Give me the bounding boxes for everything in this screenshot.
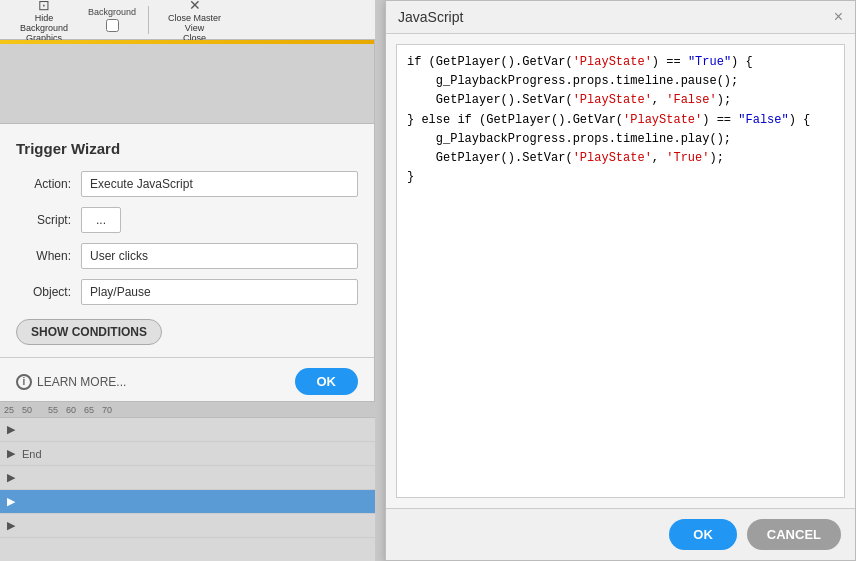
code-line-1: if (GetPlayer().GetVar('PlayState') == "… <box>407 53 834 72</box>
trigger-wizard-title: Trigger Wizard <box>16 140 358 157</box>
learn-more-label: LEARN MORE... <box>37 375 126 389</box>
wizard-ok-button[interactable]: OK <box>295 368 359 395</box>
play-icon-end: ▶ <box>4 447 18 461</box>
object-input[interactable]: Play/Pause <box>81 279 358 305</box>
code-line-6: GetPlayer().SetVar('PlayState', 'True'); <box>407 149 834 168</box>
timeline-row-2: ▶ <box>0 466 375 490</box>
slide-preview <box>0 44 374 124</box>
when-row: When: User clicks <box>16 243 358 269</box>
script-row: Script: ... <box>16 207 358 233</box>
code-line-5: g_PlaybackProgress.props.timeline.play()… <box>407 130 834 149</box>
hide-bg-label: Hide Background Graphics <box>14 13 74 43</box>
script-label: Script: <box>16 213 81 227</box>
timeline-ruler: 25 50 55 60 65 70 <box>0 402 375 418</box>
end-label: End <box>22 448 42 460</box>
when-input[interactable]: User clicks <box>81 243 358 269</box>
toolbar-separator <box>148 6 149 34</box>
close-master-label: Close Master View <box>167 13 222 33</box>
play-icon-1: ▶ <box>4 423 18 437</box>
code-line-3: GetPlayer().SetVar('PlayState', 'False')… <box>407 91 834 110</box>
play-icon-2: ▶ <box>4 471 18 485</box>
info-icon: i <box>16 374 32 390</box>
code-line-2: g_PlaybackProgress.props.timeline.pause(… <box>407 72 834 91</box>
timeline-row-3: ▶ <box>0 514 375 538</box>
object-row: Object: Play/Pause <box>16 279 358 305</box>
action-row: Action: Execute JavaScript <box>16 171 358 197</box>
timeline-row-end: ▶ End <box>0 442 375 466</box>
dialog-cancel-button[interactable]: CANCEL <box>747 519 841 550</box>
background-checkbox-label: Background <box>88 7 136 17</box>
learn-more-link[interactable]: i LEARN MORE... <box>16 374 126 390</box>
trigger-wizard-panel: Trigger Wizard Action: Execute JavaScrip… <box>0 124 374 358</box>
background-checkbox[interactable] <box>106 19 119 32</box>
show-conditions-label: SHOW CONDITIONS <box>31 325 147 339</box>
object-label: Object: <box>16 285 81 299</box>
action-input[interactable]: Execute JavaScript <box>81 171 358 197</box>
action-label: Action: <box>16 177 81 191</box>
javascript-dialog: JavaScript × if (GetPlayer().GetVar('Pla… <box>385 0 856 561</box>
dialog-titlebar: JavaScript × <box>386 1 855 34</box>
dialog-title: JavaScript <box>398 9 463 25</box>
left-panel: Trigger Wizard Action: Execute JavaScrip… <box>0 40 375 561</box>
play-icon-3: ▶ <box>4 519 18 533</box>
when-label: When: <box>16 249 81 263</box>
close-master-view-btn[interactable]: ✕ Close Master View Close <box>161 0 228 45</box>
script-input[interactable]: ... <box>81 207 121 233</box>
wizard-bottom-bar: i LEARN MORE... OK <box>0 358 374 405</box>
toolbar: ⊡ Hide Background Graphics Background ✕ … <box>0 0 375 40</box>
dialog-footer: OK CANCEL <box>386 508 855 560</box>
code-line-7: } <box>407 168 834 187</box>
show-conditions-button[interactable]: SHOW CONDITIONS <box>16 319 162 345</box>
timeline-row-1: ▶ <box>0 418 375 442</box>
play-icon-highlighted: ▶ <box>4 495 18 509</box>
hide-background-btn[interactable]: ⊡ Hide Background Graphics <box>8 0 80 45</box>
dialog-ok-button[interactable]: OK <box>669 519 737 550</box>
dialog-close-button[interactable]: × <box>834 9 843 25</box>
code-editor[interactable]: if (GetPlayer().GetVar('PlayState') == "… <box>396 44 845 498</box>
close-master-icon: ✕ <box>189 0 201 13</box>
timeline-area: 25 50 55 60 65 70 ▶ ▶ End ▶ ▶ ▶ <box>0 401 375 561</box>
hide-bg-icon: ⊡ <box>38 0 50 13</box>
code-line-4: } else if (GetPlayer().GetVar('PlayState… <box>407 111 834 130</box>
timeline-row-highlighted: ▶ <box>0 490 375 514</box>
